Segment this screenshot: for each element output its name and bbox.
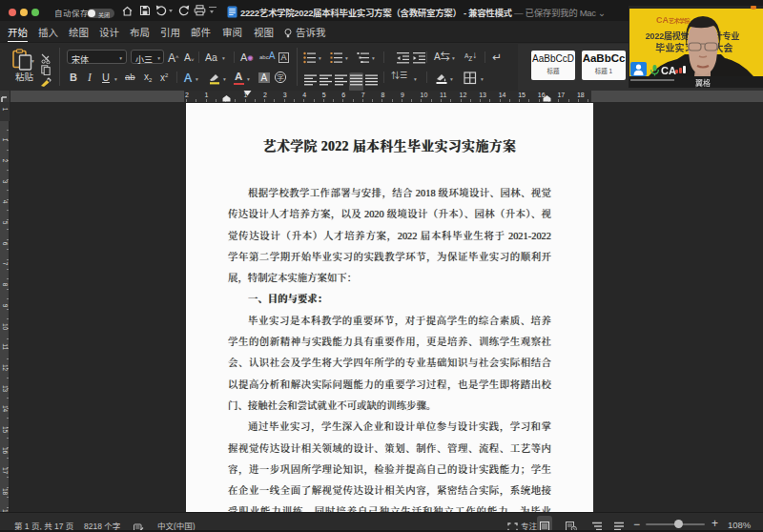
svg-text:字: 字 [277,73,284,82]
